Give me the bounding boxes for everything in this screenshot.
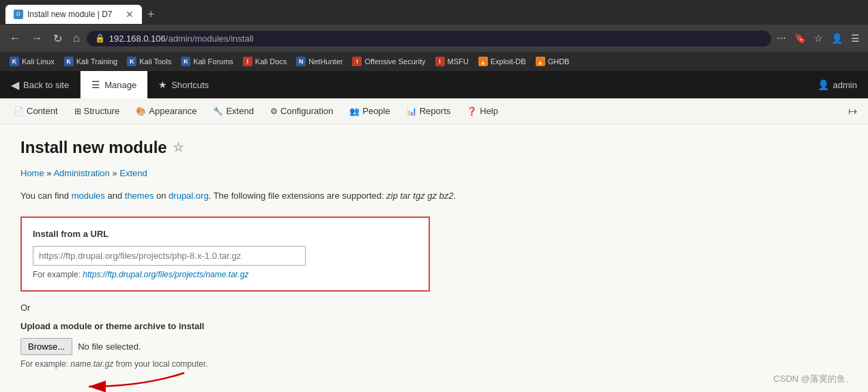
desc-drupal-link[interactable]: drupal.org — [169, 191, 209, 201]
manage-button[interactable]: ☰ Manage — [81, 71, 147, 98]
page-title-row: Install new module ☆ — [20, 138, 848, 157]
nav-item-people[interactable]: 👥 People — [341, 98, 398, 124]
shortcuts-button[interactable]: ★ Shortcuts — [147, 71, 220, 98]
bookmark-ghdb-label: GHDB — [548, 57, 570, 66]
kali-forums-icon: K — [181, 57, 190, 66]
nethunter-icon: N — [296, 57, 306, 66]
upload-example-file: name.tar.gz — [70, 359, 113, 369]
profile-button[interactable]: 👤 — [828, 30, 845, 46]
admin-person-icon: 👤 — [818, 79, 829, 90]
nav-item-reports[interactable]: 📊 Reports — [399, 98, 459, 124]
bookmark-offensive-security-label: Offensive Security — [364, 57, 425, 66]
upload-example-after: from your local computer. — [113, 359, 207, 369]
nav-item-configuration[interactable]: ⚙ Configuration — [262, 98, 341, 124]
forward-button[interactable]: → — [27, 29, 46, 47]
home-button[interactable]: ⌂ — [69, 29, 84, 47]
page-title: Install new module — [20, 138, 167, 157]
nav-appearance-label: Appearance — [149, 106, 197, 116]
bookmark-nethunter-label: NetHunter — [308, 57, 343, 66]
nav-separator: ↦ — [843, 104, 863, 117]
tab-favicon: D — [14, 10, 23, 19]
bookmark-nethunter[interactable]: N NetHunter — [292, 55, 347, 68]
back-to-site-button[interactable]: ◀ Back to site — [0, 71, 81, 98]
upload-section: Upload a module or theme archive to inst… — [20, 321, 848, 369]
bookmarks-bar: K Kali Linux K Kali Training K Kali Tool… — [0, 52, 868, 71]
desc-period: . — [454, 191, 457, 201]
shortcuts-label: Shortcuts — [171, 80, 209, 90]
reports-icon: 📊 — [407, 107, 417, 116]
install-button-area: Install — [20, 380, 73, 393]
breadcrumb-administration[interactable]: Administration — [53, 168, 109, 178]
kali-docs-icon: ! — [243, 57, 252, 66]
reload-button[interactable]: ↻ — [49, 29, 66, 48]
url-path: /admin/modules/install — [166, 33, 254, 44]
back-arrow-icon: ◀ — [11, 79, 19, 92]
nav-action-buttons: ⋯ 🔖 ☆ 👤 ☰ — [774, 30, 863, 46]
breadcrumb-extend[interactable]: Extend — [119, 168, 147, 178]
bookmark-kali-forums[interactable]: K Kali Forums — [177, 55, 237, 68]
nav-item-help[interactable]: ❓ Help — [459, 98, 506, 124]
bookmark-star-icon[interactable]: ☆ — [173, 140, 184, 155]
browse-button[interactable]: Browse... — [20, 338, 72, 355]
nav-item-appearance[interactable]: 🎨 Appearance — [128, 98, 205, 124]
nav-structure-label: Structure — [84, 106, 120, 116]
content-inner: Install new module ☆ Home » Administrati… — [0, 124, 868, 392]
offensive-security-icon: ! — [352, 57, 362, 66]
bookmark-offensive-security[interactable]: ! Offensive Security — [348, 55, 429, 68]
help-icon: ❓ — [467, 107, 477, 116]
nav-item-structure[interactable]: ⊞ Structure — [66, 98, 128, 124]
desc-and: and — [105, 191, 125, 201]
star-button[interactable]: ☆ — [811, 30, 826, 46]
back-button[interactable]: ← — [5, 29, 25, 47]
tab-close-button[interactable]: ✕ — [126, 9, 134, 20]
nav-item-content[interactable]: 📄 Content — [5, 98, 66, 124]
shortcuts-star-icon: ★ — [158, 79, 167, 90]
address-bar[interactable]: 🔒 192.168.0.106/admin/modules/install — [87, 31, 771, 46]
msfu-icon: ! — [435, 57, 445, 66]
desc-themes-link[interactable]: themes — [125, 191, 154, 201]
admin-label: admin — [833, 80, 857, 90]
menu-button[interactable]: ☰ — [848, 30, 863, 46]
active-tab[interactable]: D Install new module | D7 ✕ — [5, 5, 142, 24]
breadcrumb-home[interactable]: Home — [20, 168, 44, 178]
nav-reports-label: Reports — [420, 106, 451, 116]
nav-content-label: Content — [27, 106, 58, 116]
url-example-link[interactable]: https://ftp.drupal.org/files/projects/na… — [83, 270, 248, 279]
page-description: You can find modules and themes on drupa… — [20, 189, 848, 203]
bookmark-exploit-db[interactable]: 🔥 Exploit-DB — [474, 55, 530, 68]
admin-button[interactable]: 👤 admin — [807, 71, 868, 98]
drupal-admin-bar: ◀ Back to site ☰ Manage ★ Shortcuts 👤 ad… — [0, 71, 868, 98]
extensions-button[interactable]: ⋯ — [774, 30, 789, 46]
tab-bar: D Install new module | D7 ✕ + — [0, 0, 868, 25]
install-url-section: Install from a URL For example: https://… — [20, 216, 430, 292]
bookmark-kali-forums-label: Kali Forums — [193, 57, 233, 66]
add-tab-button[interactable]: + — [142, 8, 160, 20]
url-example: For example: https://ftp.drupal.org/file… — [33, 270, 418, 279]
bookmark-msfu-label: MSFU — [448, 57, 469, 66]
breadcrumb-sep2: » — [112, 168, 117, 178]
ghdb-icon: 🔥 — [536, 57, 545, 66]
content-icon: 📄 — [14, 107, 24, 116]
nav-item-extend[interactable]: 🔧 Extend — [205, 98, 261, 124]
tab-title: Install new module | D7 — [27, 10, 113, 19]
bookmark-kali-tools[interactable]: K Kali Tools — [123, 55, 175, 68]
upload-heading: Upload a module or theme archive to inst… — [20, 321, 848, 331]
bookmark-kali-training[interactable]: K Kali Training — [60, 55, 122, 68]
drupal-nav-menu: 📄 Content ⊞ Structure 🎨 Appearance 🔧 Ext… — [0, 98, 868, 124]
kali-training-icon: K — [64, 57, 74, 66]
desc-on: on — [154, 191, 169, 201]
bookmark-ghdb[interactable]: 🔥 GHDB — [532, 55, 574, 68]
desc-modules-link[interactable]: modules — [72, 191, 105, 201]
bookmark-button[interactable]: 🔖 — [792, 30, 809, 46]
extend-icon: 🔧 — [213, 107, 223, 116]
manage-label: Manage — [104, 80, 136, 90]
bookmark-kali-linux[interactable]: K Kali Linux — [5, 55, 59, 68]
people-icon: 👥 — [349, 107, 360, 116]
breadcrumb: Home » Administration » Extend — [20, 168, 848, 178]
lock-icon: 🔒 — [95, 33, 105, 43]
bookmark-kali-docs[interactable]: ! Kali Docs — [239, 55, 291, 68]
no-file-label: No file selected. — [78, 341, 141, 352]
bookmark-msfu[interactable]: ! MSFU — [431, 55, 473, 68]
url-input[interactable] — [33, 246, 306, 266]
nav-people-label: People — [362, 106, 390, 116]
